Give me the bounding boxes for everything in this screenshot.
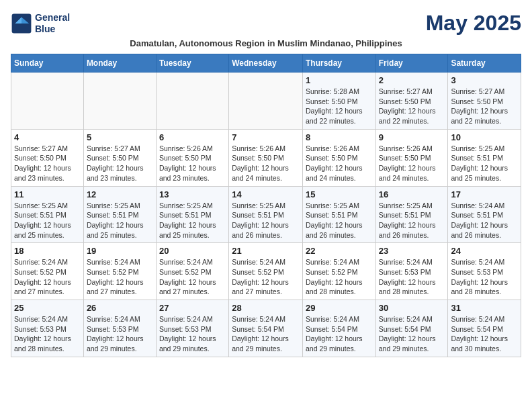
- day-info: Sunrise: 5:24 AMSunset: 5:53 PMDaylight:…: [87, 314, 153, 354]
- weekday-header-friday: Friday: [375, 54, 448, 73]
- day-number: 1: [306, 75, 373, 85]
- day-info: Sunrise: 5:28 AMSunset: 5:50 PMDaylight:…: [306, 87, 373, 126]
- day-info: Sunrise: 5:25 AMSunset: 5:51 PMDaylight:…: [14, 201, 81, 240]
- day-number: 15: [306, 189, 373, 199]
- calendar-cell: 28Sunrise: 5:24 AMSunset: 5:54 PMDayligh…: [229, 300, 303, 357]
- weekday-header-thursday: Thursday: [302, 54, 375, 73]
- logo-icon: [11, 13, 32, 34]
- day-info: Sunrise: 5:27 AMSunset: 5:50 PMDaylight:…: [451, 87, 518, 126]
- calendar-cell: 10Sunrise: 5:25 AMSunset: 5:51 PMDayligh…: [448, 129, 521, 186]
- calendar-cell: 25Sunrise: 5:24 AMSunset: 5:53 PMDayligh…: [11, 300, 84, 357]
- day-number: 8: [306, 132, 373, 142]
- day-number: 12: [87, 189, 153, 199]
- day-info: Sunrise: 5:24 AMSunset: 5:54 PMDaylight:…: [306, 314, 373, 354]
- calendar-cell: 15Sunrise: 5:25 AMSunset: 5:51 PMDayligh…: [302, 186, 375, 243]
- day-number: 10: [451, 132, 518, 142]
- calendar-cell: 6Sunrise: 5:26 AMSunset: 5:50 PMDaylight…: [156, 129, 228, 186]
- day-number: 26: [87, 303, 153, 313]
- weekday-header-saturday: Saturday: [448, 54, 521, 73]
- month-title: May 2025: [426, 11, 521, 36]
- calendar-cell: 11Sunrise: 5:25 AMSunset: 5:51 PMDayligh…: [11, 186, 84, 243]
- day-number: 30: [379, 303, 445, 313]
- day-number: 18: [14, 246, 81, 256]
- calendar-cell: 2Sunrise: 5:27 AMSunset: 5:50 PMDaylight…: [375, 73, 448, 130]
- calendar-cell: 19Sunrise: 5:24 AMSunset: 5:52 PMDayligh…: [83, 243, 156, 300]
- day-number: 11: [14, 189, 81, 199]
- calendar-cell: 27Sunrise: 5:24 AMSunset: 5:53 PMDayligh…: [156, 300, 228, 357]
- calendar-cell: 23Sunrise: 5:24 AMSunset: 5:53 PMDayligh…: [375, 243, 448, 300]
- calendar-cell: 9Sunrise: 5:26 AMSunset: 5:50 PMDaylight…: [375, 129, 448, 186]
- calendar-cell: 24Sunrise: 5:24 AMSunset: 5:53 PMDayligh…: [448, 243, 521, 300]
- day-info: Sunrise: 5:26 AMSunset: 5:50 PMDaylight:…: [232, 144, 300, 183]
- calendar-cell: 17Sunrise: 5:24 AMSunset: 5:51 PMDayligh…: [448, 186, 521, 243]
- page-header: GeneralBlue May 2025: [11, 11, 521, 36]
- day-info: Sunrise: 5:25 AMSunset: 5:51 PMDaylight:…: [306, 201, 373, 240]
- calendar-cell: 12Sunrise: 5:25 AMSunset: 5:51 PMDayligh…: [83, 186, 156, 243]
- day-number: 21: [232, 246, 300, 256]
- day-info: Sunrise: 5:24 AMSunset: 5:52 PMDaylight:…: [232, 257, 300, 297]
- day-number: 6: [159, 132, 226, 142]
- day-info: Sunrise: 5:24 AMSunset: 5:53 PMDaylight:…: [14, 314, 81, 354]
- day-number: 20: [159, 246, 226, 256]
- day-number: 4: [14, 132, 81, 142]
- day-info: Sunrise: 5:24 AMSunset: 5:52 PMDaylight:…: [14, 257, 81, 297]
- calendar-cell: 7Sunrise: 5:26 AMSunset: 5:50 PMDaylight…: [229, 129, 303, 186]
- day-info: Sunrise: 5:27 AMSunset: 5:50 PMDaylight:…: [379, 87, 445, 126]
- day-number: 7: [232, 132, 300, 142]
- weekday-header-tuesday: Tuesday: [156, 54, 228, 73]
- day-info: Sunrise: 5:26 AMSunset: 5:50 PMDaylight:…: [306, 144, 373, 183]
- day-info: Sunrise: 5:24 AMSunset: 5:51 PMDaylight:…: [451, 201, 518, 240]
- calendar-cell: [229, 73, 303, 130]
- calendar-cell: 22Sunrise: 5:24 AMSunset: 5:52 PMDayligh…: [302, 243, 375, 300]
- day-info: Sunrise: 5:24 AMSunset: 5:52 PMDaylight:…: [306, 257, 373, 297]
- day-number: 23: [379, 246, 445, 256]
- calendar-cell: 3Sunrise: 5:27 AMSunset: 5:50 PMDaylight…: [448, 73, 521, 130]
- day-number: 17: [451, 189, 518, 199]
- day-info: Sunrise: 5:24 AMSunset: 5:52 PMDaylight:…: [159, 257, 226, 297]
- calendar-table: SundayMondayTuesdayWednesdayThursdayFrid…: [11, 54, 521, 357]
- subtitle: Damatulan, Autonomous Region in Muslim M…: [11, 38, 521, 48]
- day-number: 9: [379, 132, 445, 142]
- calendar-cell: [83, 73, 156, 130]
- calendar-cell: 20Sunrise: 5:24 AMSunset: 5:52 PMDayligh…: [156, 243, 228, 300]
- calendar-cell: 18Sunrise: 5:24 AMSunset: 5:52 PMDayligh…: [11, 243, 84, 300]
- calendar-cell: 14Sunrise: 5:25 AMSunset: 5:51 PMDayligh…: [229, 186, 303, 243]
- weekday-header-monday: Monday: [83, 54, 156, 73]
- calendar-cell: 13Sunrise: 5:25 AMSunset: 5:51 PMDayligh…: [156, 186, 228, 243]
- weekday-header-sunday: Sunday: [11, 54, 84, 73]
- day-info: Sunrise: 5:25 AMSunset: 5:51 PMDaylight:…: [379, 201, 445, 240]
- calendar-cell: 29Sunrise: 5:24 AMSunset: 5:54 PMDayligh…: [302, 300, 375, 357]
- day-info: Sunrise: 5:24 AMSunset: 5:54 PMDaylight:…: [232, 314, 300, 354]
- day-info: Sunrise: 5:24 AMSunset: 5:54 PMDaylight:…: [379, 314, 445, 354]
- day-number: 2: [379, 75, 445, 85]
- calendar-cell: 21Sunrise: 5:24 AMSunset: 5:52 PMDayligh…: [229, 243, 303, 300]
- day-number: 16: [379, 189, 445, 199]
- day-number: 3: [451, 75, 518, 85]
- day-info: Sunrise: 5:24 AMSunset: 5:53 PMDaylight:…: [451, 257, 518, 297]
- calendar-cell: 16Sunrise: 5:25 AMSunset: 5:51 PMDayligh…: [375, 186, 448, 243]
- day-number: 27: [159, 303, 226, 313]
- day-info: Sunrise: 5:25 AMSunset: 5:51 PMDaylight:…: [232, 201, 300, 240]
- day-info: Sunrise: 5:26 AMSunset: 5:50 PMDaylight:…: [159, 144, 226, 183]
- day-number: 14: [232, 189, 300, 199]
- weekday-header-wednesday: Wednesday: [229, 54, 303, 73]
- day-number: 28: [232, 303, 300, 313]
- day-number: 13: [159, 189, 226, 199]
- day-info: Sunrise: 5:25 AMSunset: 5:51 PMDaylight:…: [159, 201, 226, 240]
- day-info: Sunrise: 5:26 AMSunset: 5:50 PMDaylight:…: [379, 144, 445, 183]
- day-info: Sunrise: 5:24 AMSunset: 5:54 PMDaylight:…: [451, 314, 518, 354]
- calendar-cell: [11, 73, 84, 130]
- calendar-cell: 5Sunrise: 5:27 AMSunset: 5:50 PMDaylight…: [83, 129, 156, 186]
- day-number: 31: [451, 303, 518, 313]
- day-number: 29: [306, 303, 373, 313]
- calendar-cell: 8Sunrise: 5:26 AMSunset: 5:50 PMDaylight…: [302, 129, 375, 186]
- day-number: 22: [306, 246, 373, 256]
- calendar-cell: 1Sunrise: 5:28 AMSunset: 5:50 PMDaylight…: [302, 73, 375, 130]
- calendar-cell: 26Sunrise: 5:24 AMSunset: 5:53 PMDayligh…: [83, 300, 156, 357]
- logo: GeneralBlue: [11, 12, 70, 35]
- logo-text: GeneralBlue: [35, 12, 70, 35]
- calendar-cell: 30Sunrise: 5:24 AMSunset: 5:54 PMDayligh…: [375, 300, 448, 357]
- calendar-cell: 31Sunrise: 5:24 AMSunset: 5:54 PMDayligh…: [448, 300, 521, 357]
- day-number: 5: [87, 132, 153, 142]
- day-info: Sunrise: 5:24 AMSunset: 5:53 PMDaylight:…: [159, 314, 226, 354]
